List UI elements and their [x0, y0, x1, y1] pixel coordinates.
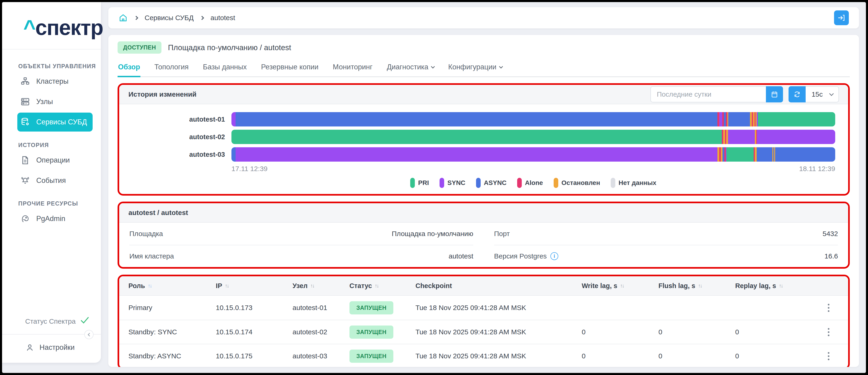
- column-header-role[interactable]: Роль↑↓: [128, 282, 216, 290]
- table-row[interactable]: Standby: ASYNC 10.15.0.175 autotest-03 З…: [119, 344, 848, 367]
- info-panel-title: autotest / autotest: [128, 209, 188, 217]
- sort-icon[interactable]: ↑↓: [310, 283, 314, 289]
- tab-diagnostics[interactable]: Диагностика: [386, 60, 434, 77]
- tab-label: Диагностика: [387, 63, 429, 71]
- column-header-write-lag[interactable]: Write lag, s↑↓: [582, 282, 658, 290]
- refresh-interval-select[interactable]: 15с: [806, 86, 839, 103]
- history-panel-header: История изменений: [119, 85, 848, 104]
- row-actions-kebab-icon[interactable]: [826, 350, 832, 363]
- page-title: Площадка по-умолчанию / autotest: [168, 43, 291, 52]
- row-actions-kebab-icon[interactable]: [826, 326, 832, 339]
- legend-swatch-nodata: [611, 178, 615, 188]
- column-header-flush-lag[interactable]: Flush lag, s↑↓: [658, 282, 735, 290]
- timeline-bar[interactable]: [231, 147, 835, 162]
- timeline-segment-sync: [231, 112, 236, 126]
- cell-ip: 10.15.0.173: [216, 304, 292, 312]
- login-arrow-icon: [838, 14, 845, 22]
- sidebar-item-settings[interactable]: Настройки: [25, 343, 101, 352]
- column-label: Flush lag, s: [658, 282, 695, 290]
- column-header-ip[interactable]: IP↑↓: [216, 282, 292, 290]
- table-row[interactable]: Standby: SYNC 10.15.0.174 autotest-02 ЗА…: [119, 320, 848, 344]
- info-column-right: Порт 5432 Версия Postgres i 16.6: [494, 223, 838, 267]
- sidebar-footer: Статус Спектра Настройки: [2, 316, 101, 363]
- timeline-row: autotest-02: [132, 130, 835, 144]
- sort-icon[interactable]: ↑↓: [225, 283, 229, 289]
- sort-icon[interactable]: ↑↓: [375, 283, 378, 289]
- sidebar-item-events[interactable]: События: [17, 171, 93, 190]
- document-icon: [20, 155, 30, 165]
- sort-asc-icon[interactable]: ↑↓: [148, 283, 152, 289]
- breadcrumb-db-services[interactable]: Сервисы СУБД: [145, 14, 193, 22]
- sort-icon[interactable]: ↑↓: [779, 283, 782, 289]
- tab-topology[interactable]: Топология: [154, 60, 189, 77]
- info-label-text: Версия Postgres: [494, 252, 547, 260]
- tab-databases[interactable]: Базы данных: [203, 60, 247, 77]
- tab-overview[interactable]: Обзор: [118, 60, 141, 77]
- breadcrumb-current: autotest: [210, 14, 235, 22]
- info-label: Площадка: [129, 230, 163, 238]
- timeline-segment-sync: [236, 147, 717, 162]
- column-label: Узел: [292, 282, 308, 290]
- tab-configurations[interactable]: Конфигурации: [447, 60, 502, 77]
- sidebar-item-clusters[interactable]: Кластеры: [17, 72, 93, 91]
- column-label: Checkpoint: [415, 282, 452, 290]
- sidebar-item-label: Операции: [36, 156, 70, 164]
- refresh-button[interactable]: [788, 86, 806, 103]
- cell-replay-lag: 0: [735, 352, 812, 360]
- timeline-row-label: autotest-03: [132, 151, 231, 158]
- logo[interactable]: ^спектр: [2, 2, 101, 50]
- sidebar-item-nodes[interactable]: Узлы: [17, 92, 93, 111]
- column-label: Write lag, s: [582, 282, 617, 290]
- column-header-replay-lag[interactable]: Replay lag, s↑↓: [735, 282, 812, 290]
- logo-caret-icon: ^: [23, 16, 35, 39]
- info-row-port: Порт 5432: [494, 223, 838, 245]
- tab-monitoring[interactable]: Мониторинг: [332, 60, 373, 77]
- sort-icon[interactable]: ↑↓: [620, 283, 624, 289]
- cell-ip: 10.15.0.175: [216, 352, 292, 360]
- column-header-node[interactable]: Узел↑↓: [292, 282, 349, 290]
- nodes-icon: [20, 97, 30, 107]
- cell-node: autotest-01: [292, 304, 349, 312]
- sidebar-item-operations[interactable]: Операции: [17, 151, 93, 170]
- table-row[interactable]: Primary 10.15.0.173 autotest-01 ЗАПУЩЕН …: [119, 296, 848, 320]
- sidebar-item-pgadmin[interactable]: PgAdmin: [17, 209, 93, 228]
- tab-label: Обзор: [118, 63, 140, 71]
- date-range-input[interactable]: [650, 86, 766, 103]
- home-icon[interactable]: [119, 13, 128, 23]
- sidebar-collapse-button[interactable]: [84, 330, 94, 339]
- timeline-bar[interactable]: [231, 130, 835, 144]
- timeline-bar[interactable]: [231, 112, 835, 126]
- sidebar-divider: [2, 334, 101, 335]
- timeline-segment-stopped: [721, 147, 723, 162]
- timeline-segment-async: [775, 147, 835, 162]
- cell-status: ЗАПУЩЕН: [349, 350, 415, 363]
- tab-label: Базы данных: [203, 63, 247, 71]
- cell-role: Primary: [128, 304, 216, 312]
- cell-ip: 10.15.0.174: [216, 328, 292, 336]
- column-header-status[interactable]: Статус↑↓: [349, 282, 415, 290]
- timeline-segment-stopped: [750, 112, 752, 126]
- tab-backups[interactable]: Резервные копии: [260, 60, 319, 77]
- cell-write-lag: 0: [582, 328, 658, 336]
- column-header-checkpoint[interactable]: Checkpoint: [415, 282, 582, 290]
- column-label: Роль: [128, 282, 145, 290]
- column-label: IP: [216, 282, 222, 290]
- sidebar-item-db-services[interactable]: Сервисы СУБД: [17, 113, 93, 132]
- calendar-button[interactable]: [766, 86, 783, 103]
- legend-item: Остановлен: [554, 178, 600, 188]
- status-running-badge: ЗАПУЩЕН: [349, 325, 394, 339]
- row-actions-kebab-icon[interactable]: [826, 301, 832, 314]
- legend-label: PRI: [418, 179, 429, 186]
- timeline-row: autotest-03: [132, 147, 835, 162]
- logout-button[interactable]: [834, 10, 849, 25]
- sort-icon[interactable]: ↑↓: [698, 283, 702, 289]
- info-icon[interactable]: i: [550, 252, 558, 260]
- spectr-status[interactable]: Статус Спектра: [25, 316, 101, 326]
- legend-swatch-alone: [517, 178, 522, 188]
- column-label: Replay lag, s: [735, 282, 776, 290]
- status-running-badge: ЗАПУЩЕН: [349, 301, 394, 314]
- cell-node: autotest-02: [292, 328, 349, 336]
- cell-status: ЗАПУЩЕН: [349, 325, 415, 339]
- refresh-group: 15с: [788, 86, 839, 103]
- timeline-row-label: autotest-02: [132, 133, 231, 141]
